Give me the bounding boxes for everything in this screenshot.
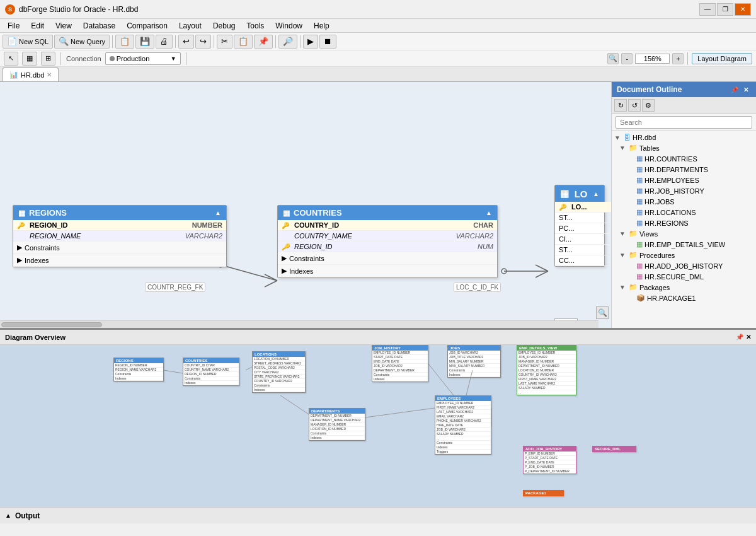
mini-jobs-r3: MIN_SALARY NUMBER bbox=[448, 359, 500, 364]
rp-refresh-btn[interactable]: ↻ bbox=[614, 99, 627, 112]
field-type-region-id: NUMBER bbox=[192, 221, 222, 229]
tree-item-add-job-history[interactable]: ▦ HR.ADD_JOB_HISTORY bbox=[612, 260, 756, 271]
overview-pin-btn[interactable]: 📌 bbox=[736, 334, 743, 341]
toolbar-run[interactable]: ▶ bbox=[303, 35, 318, 49]
new-sql-button[interactable]: 📄 New SQL bbox=[3, 35, 53, 49]
mini-ajh-header: ADD_JOB_HISTORY bbox=[524, 446, 576, 452]
tree-item-hr-locations[interactable]: ▦ HR.LOCATIONS bbox=[612, 207, 756, 218]
minimize-button[interactable]: — bbox=[699, 3, 716, 16]
mini-pkg1-header: PACKAGE1 bbox=[524, 491, 563, 496]
tree-item-hr-job-history[interactable]: ▦ HR.JOB_HISTORY bbox=[612, 185, 756, 196]
svg-line-8 bbox=[164, 370, 183, 373]
tab-close-button[interactable]: ✕ bbox=[47, 71, 52, 78]
rp-settings-btn[interactable]: ⚙ bbox=[642, 99, 655, 112]
partial-field-2: ST... bbox=[555, 213, 611, 223]
pointer-tool[interactable]: ↖ bbox=[4, 52, 18, 66]
grid-tool[interactable]: ⊞ bbox=[41, 52, 55, 66]
tree-procedures-folder[interactable]: ▼ 📁 Procedures bbox=[612, 250, 756, 260]
toolbar-btn-3[interactable]: 💾 bbox=[135, 35, 154, 49]
tree-tables-folder[interactable]: ▼ 📁 Tables bbox=[612, 143, 756, 153]
toolbar-undo[interactable]: ↩ bbox=[178, 35, 194, 49]
regions-collapse-btn[interactable]: ▲ bbox=[215, 209, 221, 216]
menu-layout[interactable]: Layout bbox=[174, 20, 207, 32]
mini-loc-r1: LOCATION_ID NUMBER bbox=[253, 357, 305, 361]
toolbar-redo[interactable]: ↪ bbox=[195, 35, 211, 49]
toolbar-copy[interactable]: 📋 bbox=[234, 35, 253, 49]
countries-table-header: ▦ COUNTRIES ▲ bbox=[278, 206, 497, 220]
layout-diagram-button[interactable]: Layout Diagram bbox=[692, 53, 752, 64]
search-input[interactable] bbox=[616, 116, 752, 129]
svg-line-9 bbox=[246, 367, 252, 370]
tree-item-hr-jobs[interactable]: ▦ HR.JOBS bbox=[612, 196, 756, 207]
mini-dept-r3: MANAGER_ID NUMBER bbox=[309, 422, 365, 427]
tree-item-emp-details-view[interactable]: ▦ HR.EMP_DETAILS_VIEW bbox=[612, 239, 756, 250]
tree-item-hr-employees[interactable]: ▦ HR.EMPLOYEES bbox=[612, 175, 756, 185]
mini-regions: REGIONS REGION_ID NUMBER REGION_NAME VAR… bbox=[113, 358, 164, 382]
rp-back-btn[interactable]: ↺ bbox=[628, 99, 641, 112]
zoom-plus[interactable]: + bbox=[672, 53, 684, 64]
field-name-region-name: REGION_NAME bbox=[30, 232, 181, 240]
regions-constraints-section[interactable]: ▶ Constraints bbox=[13, 242, 226, 254]
menu-window[interactable]: Window bbox=[270, 20, 307, 32]
close-button[interactable]: ✕ bbox=[735, 3, 751, 16]
tree-item-hr-countries[interactable]: ▦ HR.COUNTRIES bbox=[612, 153, 756, 164]
canvas-search-icon[interactable]: 🔍 bbox=[596, 306, 609, 319]
connection-bar: ↖ ▦ ⊞ Connection Production ▼ 🔍 - 156% +… bbox=[0, 50, 756, 67]
tree-item-secure-dml[interactable]: ▦ HR.SECURE_DML bbox=[612, 271, 756, 282]
toolbar-btn-4[interactable]: 🖨 bbox=[156, 35, 173, 49]
panel-pin-btn[interactable]: 📌 bbox=[730, 84, 740, 95]
menu-database[interactable]: Database bbox=[78, 20, 120, 32]
menu-view[interactable]: View bbox=[50, 20, 77, 32]
countries-indexes-section[interactable]: ▶ Indexes bbox=[278, 265, 497, 277]
mini-regions-header: REGIONS bbox=[114, 358, 163, 363]
menu-comparison[interactable]: Comparison bbox=[122, 20, 173, 32]
tree-item-hr-departments[interactable]: ▦ HR.DEPARTMENTS bbox=[612, 164, 756, 175]
menu-debug[interactable]: Debug bbox=[208, 20, 240, 32]
menu-edit[interactable]: Edit bbox=[26, 20, 49, 32]
tree-item-package1[interactable]: 📦 HR.PACKAGE1 bbox=[612, 293, 756, 303]
partial-collapse-btn[interactable]: ▲ bbox=[593, 190, 599, 197]
mini-edv-r3: MANAGER_ID NUMBER bbox=[517, 359, 576, 364]
output-bar[interactable]: ▲ Output bbox=[0, 507, 756, 523]
countries-collapse-btn[interactable]: ▲ bbox=[486, 209, 492, 216]
toolbar-paste[interactable]: 📌 bbox=[254, 35, 273, 49]
tree-item-hr-regions[interactable]: ▦ HR.REGIONS bbox=[612, 218, 756, 228]
mini-dept-r6: Indexes bbox=[309, 436, 365, 440]
partial-field-3: PC... bbox=[555, 223, 611, 234]
countries-constraints-section[interactable]: ▶ Constraints bbox=[278, 252, 497, 265]
diagram-canvas[interactable]: COUNTR_REG_FK LOC_C_ID_FK ▦ REGIONS ▲ 🔑 … bbox=[0, 82, 611, 328]
mini-edv-r5: LOCATION_ID NUMBER bbox=[517, 368, 576, 373]
app-title: dbForge Studio for Oracle - HR.dbd bbox=[19, 5, 138, 14]
connection-label: Connection bbox=[66, 55, 101, 62]
table-tool[interactable]: ▦ bbox=[22, 52, 37, 66]
toolbar-search[interactable]: 🔎 bbox=[278, 35, 297, 49]
canvas-scrollbar-h[interactable] bbox=[0, 320, 598, 328]
new-query-button[interactable]: 🔍 New Query bbox=[54, 35, 110, 49]
toolbar-cut[interactable]: ✂ bbox=[217, 35, 232, 49]
icon-2: 📋 bbox=[120, 37, 130, 46]
toolbar-row-1: 📄 New SQL 🔍 New Query 📋 💾 🖨 ↩ ↪ ✂ 📋 📌 🔎 … bbox=[0, 33, 756, 50]
field-name-region-id: REGION_ID bbox=[30, 221, 188, 229]
root-expand-icon: ▼ bbox=[614, 134, 622, 141]
tree-packages-folder[interactable]: ▼ 📁 Packages bbox=[612, 282, 756, 293]
panel-close-btn[interactable]: ✕ bbox=[741, 84, 751, 95]
overview-canvas[interactable]: REGIONS REGION_ID NUMBER REGION_NAME VAR… bbox=[0, 345, 756, 507]
paste-icon: 📌 bbox=[258, 37, 268, 46]
menu-help[interactable]: Help bbox=[309, 20, 335, 32]
connection-dropdown[interactable]: Production ▼ bbox=[105, 52, 181, 65]
field-name-country-name: COUNTRY_NAME bbox=[294, 232, 452, 240]
mini-jh-r7: Indexes bbox=[372, 377, 428, 382]
zoom-out-button[interactable]: 🔍 bbox=[607, 53, 619, 64]
tree-root[interactable]: ▼ 🗄 HR.dbd bbox=[612, 132, 756, 143]
overview-close-btn[interactable]: ✕ bbox=[746, 334, 751, 341]
tab-hr-dbd[interactable]: 📊 HR.dbd ✕ bbox=[3, 67, 59, 81]
menu-file[interactable]: File bbox=[3, 20, 25, 32]
restore-button[interactable]: ❐ bbox=[717, 3, 733, 16]
toolbar-stop[interactable]: ⏹ bbox=[319, 35, 336, 49]
zoom-minus[interactable]: - bbox=[621, 53, 633, 64]
toolbar-btn-2[interactable]: 📋 bbox=[115, 35, 134, 49]
svg-line-3 bbox=[265, 281, 277, 287]
tree-views-folder[interactable]: ▼ 📁 Views bbox=[612, 228, 756, 239]
regions-indexes-section[interactable]: ▶ Indexes bbox=[13, 254, 226, 267]
menu-tools[interactable]: Tools bbox=[241, 20, 269, 32]
